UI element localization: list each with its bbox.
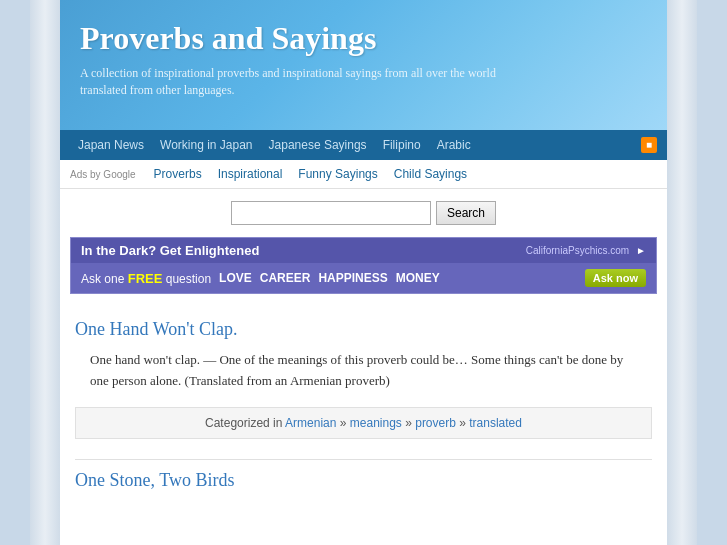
- sep-1: »: [340, 416, 350, 430]
- sep-3: »: [459, 416, 469, 430]
- cat-link-proverb[interactable]: proverb: [415, 416, 456, 430]
- search-button[interactable]: Search: [436, 201, 496, 225]
- cat-link-translated[interactable]: translated: [469, 416, 522, 430]
- nav-link-arabic[interactable]: Arabic: [429, 135, 479, 155]
- ad-keyword-career[interactable]: CAREER: [260, 271, 311, 285]
- cat-link-meanings[interactable]: meanings: [350, 416, 402, 430]
- article-2-title[interactable]: One Stone, Two Birds: [75, 470, 652, 491]
- categorized-label: Categorized in: [205, 416, 285, 430]
- site-title: Proverbs and Sayings: [80, 20, 647, 57]
- secondary-nav-inspirational[interactable]: Inspirational: [210, 165, 291, 183]
- secondary-nav-child-sayings[interactable]: Child Sayings: [386, 165, 475, 183]
- ad-keyword-money[interactable]: MONEY: [396, 271, 440, 285]
- secondary-nav-proverbs[interactable]: Proverbs: [146, 165, 210, 183]
- secondary-nav: Ads by Google Proverbs Inspirational Fun…: [60, 160, 667, 189]
- secondary-nav-funny-sayings[interactable]: Funny Sayings: [290, 165, 385, 183]
- content-area: One Hand Won't Clap. One hand won't clap…: [60, 309, 667, 521]
- site-subtitle: A collection of inspirational proverbs a…: [80, 65, 500, 99]
- column-left: [30, 0, 60, 545]
- site-header: Proverbs and Sayings A collection of ins…: [60, 0, 667, 130]
- rss-icon-symbol: ■: [646, 140, 652, 150]
- nav-bar: Japan News Working in Japan Japanese Say…: [60, 130, 667, 160]
- article-2: One Stone, Two Birds: [75, 470, 652, 491]
- ad-banner: In the Dark? Get Enlightened CaliforniaP…: [70, 237, 657, 294]
- search-input[interactable]: [231, 201, 431, 225]
- ad-top-text: In the Dark? Get Enlightened: [81, 243, 259, 258]
- ad-top: In the Dark? Get Enlightened CaliforniaP…: [71, 238, 656, 263]
- nav-link-japan-news[interactable]: Japan News: [70, 135, 152, 155]
- nav-links: Japan News Working in Japan Japanese Say…: [70, 135, 479, 155]
- ad-top-site: CaliforniaPsychics.com: [526, 245, 629, 256]
- ad-free-text: FREE: [128, 271, 163, 286]
- ad-ask-text: Ask one FREE question: [81, 271, 211, 286]
- ad-keyword-happiness[interactable]: HAPPINESS: [318, 271, 387, 285]
- sep-2: »: [405, 416, 415, 430]
- ad-ask-now-button[interactable]: Ask now: [585, 269, 646, 287]
- nav-link-working-in-japan[interactable]: Working in Japan: [152, 135, 261, 155]
- article-1: One Hand Won't Clap. One hand won't clap…: [75, 319, 652, 439]
- ads-by-google-label: Ads by Google: [70, 169, 136, 180]
- article-1-categories: Categorized in Armenian » meanings » pro…: [75, 407, 652, 439]
- rss-icon[interactable]: ■: [641, 137, 657, 153]
- column-right: [667, 0, 697, 545]
- cat-link-armenian[interactable]: Armenian: [285, 416, 336, 430]
- article-divider: [75, 459, 652, 460]
- ad-keyword-love[interactable]: LOVE: [219, 271, 252, 285]
- main-content: Proverbs and Sayings A collection of ins…: [60, 0, 667, 545]
- nav-link-japanese-sayings[interactable]: Japanese Sayings: [261, 135, 375, 155]
- page-wrapper: Proverbs and Sayings A collection of ins…: [0, 0, 727, 545]
- ad-close-button[interactable]: ►: [636, 245, 646, 256]
- ad-bottom: Ask one FREE question LOVE CAREER HAPPIN…: [71, 263, 656, 293]
- search-area: Search: [60, 189, 667, 237]
- article-1-body: One hand won't clap. — One of the meanin…: [75, 350, 652, 392]
- nav-link-filipino[interactable]: Filipino: [375, 135, 429, 155]
- article-1-title[interactable]: One Hand Won't Clap.: [75, 319, 652, 340]
